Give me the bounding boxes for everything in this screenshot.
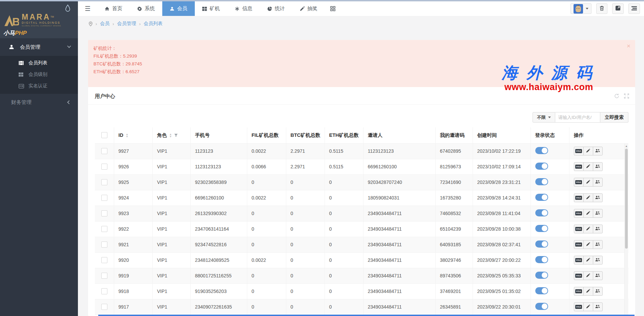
row-checkbox[interactable]	[101, 241, 107, 248]
login-status-toggle[interactable]	[535, 303, 548, 310]
sort-icon[interactable]: ▲▼	[169, 133, 172, 138]
list-panel-button[interactable]	[628, 3, 640, 14]
team-action-button[interactable]	[593, 302, 603, 311]
login-status-toggle[interactable]	[535, 147, 548, 154]
select-all-checkbox[interactable]	[101, 132, 107, 138]
login-status-toggle[interactable]	[535, 240, 548, 248]
row-checkbox[interactable]	[101, 148, 107, 154]
edit-action-button[interactable]	[583, 240, 593, 249]
nav-item-system[interactable]: 系统	[130, 1, 162, 16]
visa-action-button[interactable]: VISA	[574, 209, 584, 218]
trash-button[interactable]	[596, 3, 607, 14]
login-status-toggle[interactable]	[535, 194, 548, 201]
row-checkbox[interactable]	[101, 288, 107, 294]
edit-action-button[interactable]	[583, 271, 593, 280]
login-status-toggle[interactable]	[535, 209, 548, 216]
nav-item-stats[interactable]: 统计	[260, 1, 292, 16]
row-checkbox[interactable]	[101, 304, 107, 310]
visa-action-button[interactable]: VISA	[574, 240, 584, 249]
visa-action-button[interactable]: VISA	[574, 147, 584, 155]
close-icon[interactable]: ×	[627, 43, 630, 49]
team-action-button[interactable]	[593, 178, 603, 187]
login-status-toggle[interactable]	[535, 272, 548, 279]
cell-created-at: 2023/09/28 23:31:21	[473, 174, 531, 190]
cell-fil-total: 0	[247, 206, 286, 221]
edit-action-button[interactable]	[583, 147, 593, 155]
breadcrumb-link-member[interactable]: 会员	[100, 21, 109, 27]
sidebar-item-member-management[interactable]: 会员管理	[0, 38, 78, 56]
edit-action-button[interactable]	[583, 162, 593, 171]
sort-icon[interactable]: ▲▼	[126, 133, 128, 138]
vertical-scrollbar[interactable]: ▲	[624, 144, 628, 315]
external-link-button[interactable]	[612, 3, 624, 14]
edit-action-button[interactable]	[583, 178, 593, 187]
table-row: 9920 VIP1 2348124089525 0.0022 0 0 23490…	[95, 252, 628, 268]
visa-action-button[interactable]: VISA	[574, 302, 584, 311]
sidebar-item-real-name-auth[interactable]: 实名认证	[0, 80, 78, 92]
team-action-button[interactable]	[593, 287, 603, 296]
scroll-up-icon[interactable]: ▲	[625, 145, 628, 148]
range-filter-dropdown[interactable]: 不限	[533, 112, 555, 123]
login-status-toggle[interactable]	[535, 163, 548, 170]
login-status-toggle[interactable]	[535, 256, 548, 263]
row-checkbox[interactable]	[101, 257, 107, 263]
visa-icon: VISA	[575, 165, 582, 169]
search-input[interactable]	[555, 112, 600, 123]
visa-action-button[interactable]: VISA	[574, 162, 584, 171]
login-status-toggle[interactable]	[535, 178, 548, 185]
row-checkbox[interactable]	[101, 273, 107, 279]
cell-id: 9917	[114, 299, 152, 315]
scrollbar-thumb[interactable]	[625, 149, 628, 249]
row-checkbox[interactable]	[101, 210, 107, 216]
cell-created-at: 2023/09/28 11:41:04	[473, 206, 531, 221]
team-action-button[interactable]	[593, 271, 603, 280]
team-action-button[interactable]	[593, 147, 603, 155]
cell-invite-code: 26345891	[435, 299, 473, 315]
nav-item-info[interactable]: 信息	[227, 1, 260, 16]
menu-toggle-icon[interactable]: ☰	[78, 1, 97, 16]
edit-action-button[interactable]	[583, 256, 593, 265]
sidebar-item-member-level[interactable]: 会员级别	[0, 69, 78, 80]
edit-action-button[interactable]	[583, 193, 593, 202]
breadcrumb-link-member-management[interactable]: 会员管理	[117, 21, 136, 27]
user-menu-button[interactable]	[570, 3, 591, 14]
visa-action-button[interactable]: VISA	[574, 193, 584, 202]
expand-icon[interactable]	[624, 93, 629, 99]
visa-action-button[interactable]: VISA	[574, 225, 584, 233]
row-checkbox[interactable]	[101, 195, 107, 201]
nav-item-member[interactable]: 会员	[162, 1, 195, 16]
row-checkbox[interactable]	[101, 164, 107, 170]
search-button[interactable]: 立即搜索	[600, 112, 628, 123]
sidebar-item-finance-management[interactable]: 财务管理	[0, 94, 78, 111]
nav-item-home[interactable]: 首页	[97, 1, 130, 16]
edit-action-button[interactable]	[583, 302, 593, 311]
team-action-button[interactable]	[593, 162, 603, 171]
sidebar-item-member-list[interactable]: 会员列表	[0, 57, 78, 69]
team-action-button[interactable]	[593, 193, 603, 202]
team-action-button[interactable]	[593, 209, 603, 218]
edit-action-button[interactable]	[583, 209, 593, 218]
team-action-button[interactable]	[593, 240, 603, 249]
visa-action-button[interactable]: VISA	[574, 178, 584, 187]
nav-item-miner[interactable]: 矿机	[195, 1, 227, 16]
visa-action-button[interactable]: VISA	[574, 271, 584, 280]
row-checkbox[interactable]	[101, 226, 107, 232]
team-action-button[interactable]	[593, 225, 603, 233]
edit-action-button[interactable]	[583, 225, 593, 233]
refresh-icon[interactable]	[614, 93, 619, 99]
team-action-button[interactable]	[593, 256, 603, 265]
login-status-toggle[interactable]	[535, 225, 548, 232]
row-checkbox[interactable]	[101, 179, 107, 185]
nav-grid-icon[interactable]	[325, 1, 341, 16]
nav-item-lottery[interactable]: 抽奖	[292, 1, 325, 16]
visa-action-button[interactable]: VISA	[574, 256, 584, 265]
filter-icon[interactable]	[174, 133, 178, 137]
edit-action-button[interactable]	[583, 287, 593, 296]
breadcrumb-link-member-list[interactable]: 会员列表	[144, 21, 163, 27]
visa-action-button[interactable]: VISA	[574, 287, 584, 296]
col-header-role: 角色▲▼	[152, 127, 190, 143]
login-status-toggle[interactable]	[535, 287, 548, 294]
cell-inviter: 2349034484711	[363, 252, 435, 268]
user-icon	[9, 44, 16, 50]
table-row: 9926 VIP1 1123123123 0.0066 2.2971 0.511…	[95, 159, 628, 174]
